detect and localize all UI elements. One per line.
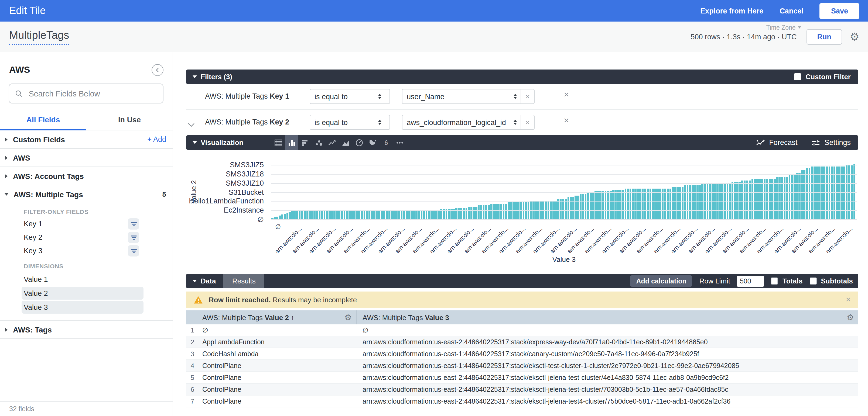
chart-bar[interactable] bbox=[771, 179, 773, 219]
chart-bar[interactable] bbox=[410, 210, 412, 219]
remove-filter-icon[interactable]: × bbox=[564, 116, 569, 125]
chart-bar[interactable] bbox=[341, 210, 343, 219]
aws-section-header[interactable]: AWS bbox=[0, 149, 173, 167]
chart-bar[interactable] bbox=[637, 188, 639, 219]
chart-bar[interactable] bbox=[677, 187, 679, 219]
chart-bar[interactable] bbox=[674, 187, 676, 219]
chart-bar[interactable] bbox=[712, 184, 713, 219]
viz-type-more-icon[interactable] bbox=[393, 135, 406, 150]
table-row[interactable]: 1∅∅ bbox=[186, 324, 858, 336]
field-value-2-selected[interactable]: Value 2 bbox=[22, 287, 144, 300]
chart-bar[interactable] bbox=[473, 207, 475, 219]
chart-bar[interactable] bbox=[324, 210, 326, 219]
chart-bar[interactable] bbox=[696, 186, 698, 219]
chart-bar[interactable] bbox=[314, 210, 316, 219]
table-row[interactable]: 3CodeHashLambdaarn:aws:cloudformation:us… bbox=[186, 348, 858, 360]
chart-bar[interactable] bbox=[500, 204, 502, 219]
chart-bar[interactable] bbox=[291, 211, 293, 219]
chart-bar[interactable] bbox=[478, 206, 479, 219]
chart-bar[interactable] bbox=[590, 192, 591, 219]
chart-bar[interactable] bbox=[602, 191, 604, 219]
chart-bar[interactable] bbox=[371, 210, 373, 219]
table-row[interactable]: 7ControlPlanearn:aws:cloudformation:us-e… bbox=[186, 395, 858, 407]
chart-bar[interactable] bbox=[664, 188, 666, 219]
column-gear-icon[interactable]: ⚙ bbox=[847, 313, 854, 322]
chart-bar[interactable] bbox=[647, 188, 649, 219]
chart-bar[interactable] bbox=[361, 210, 363, 219]
chart-bar[interactable] bbox=[791, 175, 793, 219]
column-header-value-3[interactable]: AWS: Multiple Tags Value 3 ⚙ bbox=[356, 310, 858, 324]
chart-bar[interactable] bbox=[652, 188, 654, 219]
expand-filter-icon[interactable] bbox=[188, 119, 195, 129]
run-button[interactable]: Run bbox=[806, 29, 842, 44]
chart-bar[interactable] bbox=[498, 204, 500, 219]
chart-bar[interactable] bbox=[582, 194, 584, 219]
chart-bar[interactable] bbox=[304, 210, 306, 219]
chart-bar[interactable] bbox=[585, 194, 587, 219]
cancel-button[interactable]: Cancel bbox=[779, 7, 804, 15]
chart-bar[interactable] bbox=[331, 210, 333, 219]
chart-bar[interactable] bbox=[470, 207, 472, 219]
chart-bar[interactable] bbox=[316, 210, 318, 219]
gear-icon[interactable]: ⚙ bbox=[850, 30, 859, 43]
chart-bar[interactable] bbox=[299, 210, 301, 219]
chart-bar[interactable] bbox=[597, 191, 599, 219]
chart-bar[interactable] bbox=[455, 208, 457, 219]
chart-bar[interactable] bbox=[627, 188, 629, 219]
chart-bar[interactable] bbox=[751, 179, 753, 219]
chart-bar[interactable] bbox=[704, 184, 706, 219]
chart-bar[interactable] bbox=[754, 179, 755, 219]
chart-bar[interactable] bbox=[654, 188, 656, 219]
clear-value-icon[interactable]: × bbox=[521, 115, 534, 129]
chart-bar[interactable] bbox=[761, 179, 763, 219]
chart-bar[interactable] bbox=[702, 184, 704, 219]
viz-type-area-icon[interactable] bbox=[339, 135, 352, 150]
chart-bar[interactable] bbox=[336, 210, 338, 219]
viz-type-single-value-icon[interactable]: 6 bbox=[379, 135, 393, 150]
filter-operator-select[interactable]: is equal to bbox=[310, 115, 390, 130]
chart-bar[interactable] bbox=[716, 184, 718, 219]
chart-bar[interactable] bbox=[311, 210, 313, 219]
chart-bar[interactable] bbox=[475, 207, 477, 219]
tab-in-use[interactable]: In Use bbox=[86, 115, 173, 130]
chart-bar[interactable] bbox=[318, 210, 320, 219]
chart-bar[interactable] bbox=[490, 204, 492, 219]
chart-bar[interactable] bbox=[381, 210, 383, 219]
chart-bar[interactable] bbox=[794, 175, 796, 219]
chart-bar[interactable] bbox=[736, 182, 738, 219]
chart-bar[interactable] bbox=[806, 168, 808, 219]
custom-fields-header[interactable]: Custom Fields + Add bbox=[0, 130, 173, 148]
totals-checkbox[interactable] bbox=[771, 278, 778, 284]
chart-bar[interactable] bbox=[465, 208, 467, 219]
chart-bar[interactable] bbox=[669, 188, 671, 219]
chart-bar[interactable] bbox=[353, 210, 355, 219]
multiple-tags-section-header[interactable]: AWS: Multiple Tags 5 bbox=[0, 185, 173, 203]
chart-bar[interactable] bbox=[339, 210, 340, 219]
save-button[interactable]: Save bbox=[820, 3, 859, 19]
chart-bar[interactable] bbox=[657, 188, 659, 219]
custom-filter-checkbox[interactable] bbox=[794, 73, 801, 80]
viz-type-bar-icon[interactable] bbox=[298, 135, 312, 150]
chart-bar[interactable] bbox=[483, 206, 485, 219]
table-row[interactable]: 4ControlPlanearn:aws:cloudformation:us-e… bbox=[186, 360, 858, 372]
chart-bar[interactable] bbox=[378, 210, 380, 219]
chart-bar[interactable] bbox=[649, 188, 651, 219]
chart-bar[interactable] bbox=[694, 186, 696, 219]
chart-bar[interactable] bbox=[391, 210, 393, 219]
chart-bar[interactable] bbox=[274, 217, 276, 219]
filter-field-button[interactable] bbox=[128, 232, 139, 243]
remove-filter-icon[interactable]: × bbox=[564, 90, 569, 99]
chart-bar[interactable] bbox=[433, 210, 435, 219]
chart-bar[interactable] bbox=[463, 208, 465, 219]
chart-bar[interactable] bbox=[426, 210, 428, 219]
chart-bar[interactable] bbox=[276, 216, 278, 219]
chart-bar[interactable] bbox=[294, 210, 296, 219]
chart-bar[interactable] bbox=[580, 194, 582, 219]
viz-type-pie-icon[interactable] bbox=[352, 135, 366, 150]
chart-bar[interactable] bbox=[343, 210, 345, 219]
chart-bar[interactable] bbox=[667, 188, 669, 219]
chart-bar[interactable] bbox=[689, 186, 691, 219]
chart-bar[interactable] bbox=[744, 180, 746, 219]
chart-bar[interactable] bbox=[575, 196, 577, 219]
chart-bar[interactable] bbox=[592, 192, 594, 219]
